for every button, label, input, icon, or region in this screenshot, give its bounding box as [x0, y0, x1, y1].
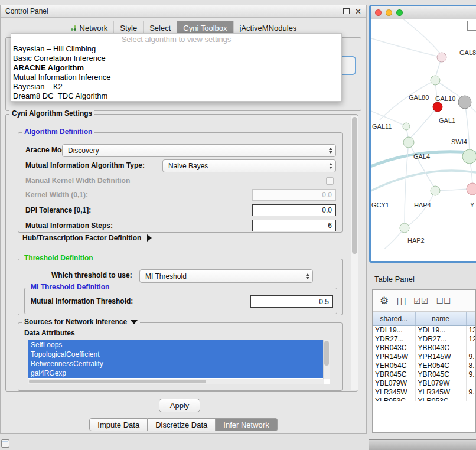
table-cell: [466, 379, 476, 388]
network-canvas[interactable]: GAL8GAL80GAL10GAL11GAL1SWI4GAL4GCY1HAP4Y…: [371, 19, 476, 249]
algorithm-option-bayesian-k2[interactable]: Bayesian – K2: [11, 82, 341, 92]
kernel-width-input[interactable]: 0.0: [252, 189, 336, 201]
zoom-traffic-button[interactable]: [396, 9, 403, 16]
mi-algorithm-type-label: Mutual Information Algorithm Type:: [25, 161, 145, 169]
table-cell: 9.: [466, 388, 476, 397]
attribute-item-selfloops[interactable]: SelfLoops: [28, 340, 324, 350]
table-row[interactable]: YLR345WYLR345W9.: [373, 388, 476, 397]
aracne-mode-select[interactable]: Discovery: [62, 144, 336, 157]
network-node[interactable]: [403, 137, 414, 148]
attributes-vertical-scrollbar[interactable]: [323, 340, 330, 379]
network-node[interactable]: [431, 186, 440, 195]
algorithm-option-dream8-dc-tdc-algorithm[interactable]: Dream8 DC_TDC Algorithm: [11, 92, 341, 101]
table-row[interactable]: YBR043CYBR043C: [373, 344, 476, 353]
which-threshold-select[interactable]: MI Threshold: [139, 269, 313, 283]
network-edge[interactable]: [371, 228, 405, 249]
network-graph: GAL8GAL80GAL10GAL11GAL1SWI4GAL4GCY1HAP4Y…: [371, 19, 476, 249]
control-panel-window: Control Panel ✕ NetworkStyleSelectCyni T…: [0, 5, 367, 434]
column-header-shared[interactable]: shared...: [373, 312, 415, 326]
tab-label: jActiveMNodules: [240, 24, 297, 32]
algorithm-option-bayesian-hill-climbing[interactable]: Bayesian – Hill Climbing: [11, 44, 341, 54]
algorithm-dropdown-popup: Select algorithm to view settings Bayesi…: [11, 33, 342, 102]
scrollbar-thumb[interactable]: [324, 341, 329, 366]
bottom-tab-discretize-data[interactable]: Discretize Data: [148, 418, 216, 431]
network-node[interactable]: [437, 53, 446, 62]
attribute-item-gal4rgexp[interactable]: gal4RGexp: [28, 369, 324, 378]
network-tab-icon: [70, 25, 77, 31]
which-threshold-value: MI Threshold: [145, 272, 187, 281]
algorithm-definition-group: Algorithm Definition Aracne Mode: Discov…: [18, 132, 343, 233]
network-node-label: GAL10: [435, 95, 455, 102]
network-node[interactable]: [433, 102, 442, 112]
table-row[interactable]: YBR045CYBR045C9.: [373, 370, 476, 379]
threshold-definition-title: Threshold Definition: [22, 254, 96, 262]
network-node[interactable]: [467, 183, 476, 195]
expand-triangle-icon: [147, 234, 152, 242]
control-panel-titlebar[interactable]: Control Panel ✕: [1, 5, 366, 18]
threshold-definition-group: Threshold Definition Which threshold to …: [18, 259, 343, 315]
bottom-tab-infer-network[interactable]: Infer Network: [216, 418, 277, 431]
settings-gear-icon[interactable]: ⚙: [380, 296, 389, 306]
network-node[interactable]: [462, 149, 476, 164]
algorithm-option-basic-correlation-inference[interactable]: Basic Correlation Inference: [11, 54, 341, 63]
table-cell: YLR345W: [415, 388, 466, 397]
network-node[interactable]: [458, 96, 471, 109]
network-edge[interactable]: [465, 102, 470, 154]
deselect-all-icon[interactable]: ☐☐: [436, 297, 451, 305]
column-header-extra[interactable]: [466, 312, 476, 326]
float-window-icon[interactable]: [343, 8, 350, 14]
table-row[interactable]: YDL19...YDL19...13: [373, 326, 476, 335]
manual-kernel-width-checkbox[interactable]: [326, 177, 334, 185]
which-threshold-label: Which threshold to use:: [51, 271, 132, 279]
spinner-arrows-icon: [329, 148, 332, 154]
attribute-item-betweennesscentrality[interactable]: BetweennessCentrality: [28, 359, 324, 369]
collapsed-panel-bar[interactable]: [369, 439, 476, 450]
restore-panel-icon[interactable]: [1, 439, 9, 448]
table-panel-title: Table Panel: [374, 275, 415, 283]
sources-group-title[interactable]: Sources for Network Inference: [22, 318, 140, 326]
network-edge[interactable]: [397, 19, 441, 54]
close-icon[interactable]: ✕: [355, 8, 361, 15]
network-node-label: GAL8: [459, 49, 476, 56]
dpi-tolerance-label: DPI Tolerance [0,1]:: [25, 206, 91, 214]
scrollbar-thumb[interactable]: [29, 380, 206, 383]
mi-algorithm-type-select[interactable]: Naive Bayes: [162, 159, 336, 172]
network-edge[interactable]: [410, 107, 438, 139]
apply-button[interactable]: Apply: [159, 399, 200, 412]
network-node[interactable]: [431, 76, 440, 85]
hub-transcription-factor-toggle[interactable]: Hub/Transcription Factor Definition: [22, 234, 152, 242]
column-selector-icon[interactable]: ◫: [396, 296, 406, 306]
settings-scrollbar[interactable]: [351, 116, 358, 390]
network-overview-box[interactable]: [467, 21, 476, 31]
algorithm-option-aracne-algorithm[interactable]: ARACNE Algorithm: [11, 63, 341, 73]
desktop: Control Panel ✕ NetworkStyleSelectCyni T…: [0, 0, 476, 450]
network-edge[interactable]: [409, 142, 434, 187]
column-header-name[interactable]: name: [415, 312, 466, 326]
table-row[interactable]: YBL079WYBL079W: [373, 379, 476, 388]
mi-steps-input[interactable]: 6: [252, 220, 336, 231]
tab-label: Network: [80, 24, 108, 32]
network-view-window: GAL8GAL80GAL10GAL11GAL1SWI4GAL4GCY1HAP4Y…: [369, 5, 476, 263]
data-attributes-label: Data Attributes: [24, 329, 75, 337]
network-node[interactable]: [403, 123, 410, 130]
dpi-tolerance-input[interactable]: 0.0: [252, 204, 336, 216]
bottom-tab-impute-data[interactable]: Impute Data: [89, 418, 148, 431]
network-node[interactable]: [400, 223, 409, 233]
data-attributes-list[interactable]: SelfLoopsTopologicalCoefficientBetweenne…: [28, 340, 330, 384]
network-edge[interactable]: [371, 171, 476, 195]
mi-steps-label: Mutual Information Steps:: [25, 221, 113, 230]
table-row[interactable]: YDR27...YDR27...12: [373, 335, 476, 344]
network-window-titlebar[interactable]: [371, 6, 476, 19]
close-traffic-button[interactable]: [375, 9, 382, 16]
table-row[interactable]: YER054CYER054C8.: [373, 361, 476, 370]
attribute-item-topologicalcoefficient[interactable]: TopologicalCoefficient: [28, 350, 324, 359]
table-row[interactable]: YPR145WYPR145W9.: [373, 353, 476, 361]
minimize-traffic-button[interactable]: [386, 9, 392, 16]
table-cell: YER054C: [373, 361, 415, 370]
algorithm-option-mutual-information-inference[interactable]: Mutual Information Inference: [11, 73, 341, 82]
mi-threshold-input[interactable]: 0.5: [250, 295, 333, 308]
network-edge[interactable]: [407, 191, 435, 226]
attributes-horizontal-scrollbar[interactable]: [28, 379, 324, 384]
scrollbar-thumb[interactable]: [352, 117, 357, 254]
select-all-icon[interactable]: ☑☑: [413, 297, 428, 305]
